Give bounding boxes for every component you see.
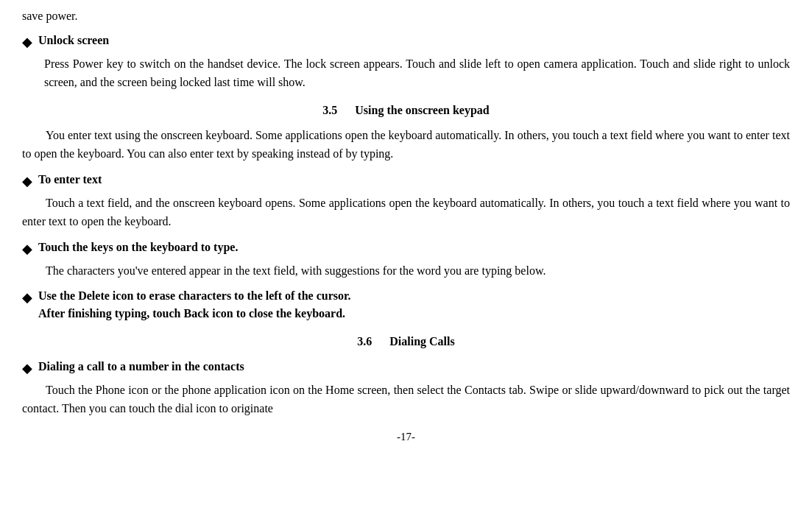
onscreen-intro-paragraph: You enter text using the onscreen keyboa… [22, 127, 790, 163]
unlock-screen-section: ◆ Unlock screen Press Power key to switc… [22, 32, 790, 92]
touch-keys-body: The characters you've entered appear in … [22, 262, 790, 281]
page-number: -17- [22, 429, 790, 445]
delete-icon-header: ◆ Use the Delete icon to erase character… [22, 287, 790, 323]
touch-keys-heading: Touch the keys on the keyboard to type. [38, 239, 238, 256]
unlock-screen-body: Press Power key to switch on the handset… [44, 55, 790, 92]
delete-icon-line1: Use the Delete icon to erase characters … [38, 287, 351, 305]
unlock-screen-header: ◆ Unlock screen [22, 32, 790, 52]
diamond-icon-4: ◆ [22, 288, 32, 308]
dialing-call-heading: Dialing a call to a number in the contac… [38, 358, 244, 376]
to-enter-text-heading: To enter text [38, 171, 102, 188]
dialing-call-section: ◆ Dialing a call to a number in the cont… [22, 358, 790, 418]
section-3-5-title: Using the onscreen keypad [355, 104, 489, 116]
diamond-icon-5: ◆ [22, 359, 32, 378]
delete-icon-section: ◆ Use the Delete icon to erase character… [22, 287, 790, 323]
to-enter-text-body: Touch a text field, and the onscreen key… [22, 194, 790, 231]
touch-keys-section: ◆ Touch the keys on the keyboard to type… [22, 239, 790, 281]
section-3-6-num: 3.6 [357, 335, 372, 348]
diamond-icon: ◆ [22, 32, 32, 52]
intro-text: save power. [22, 7, 790, 26]
delete-icon-line2: After finishing typing, touch Back icon … [38, 305, 351, 323]
section-3-6-title: Dialing Calls [389, 335, 454, 348]
to-enter-text-section: ◆ To enter text Touch a text field, and … [22, 171, 790, 231]
dialing-call-header: ◆ Dialing a call to a number in the cont… [22, 358, 790, 378]
section-3-5-num: 3.5 [322, 104, 337, 116]
section-3-6-heading: 3.6 Dialing Calls [22, 333, 790, 350]
dialing-call-body: Touch the Phone icon or the phone applic… [22, 381, 790, 418]
unlock-screen-heading: Unlock screen [38, 32, 109, 49]
to-enter-text-header: ◆ To enter text [22, 171, 790, 191]
diamond-icon-2: ◆ [22, 172, 32, 191]
touch-keys-header: ◆ Touch the keys on the keyboard to type… [22, 239, 790, 259]
section-3-5-heading: 3.5 Using the onscreen keypad [22, 102, 790, 119]
page-container: save power. ◆ Unlock screen Press Power … [22, 7, 790, 445]
diamond-icon-3: ◆ [22, 239, 32, 259]
